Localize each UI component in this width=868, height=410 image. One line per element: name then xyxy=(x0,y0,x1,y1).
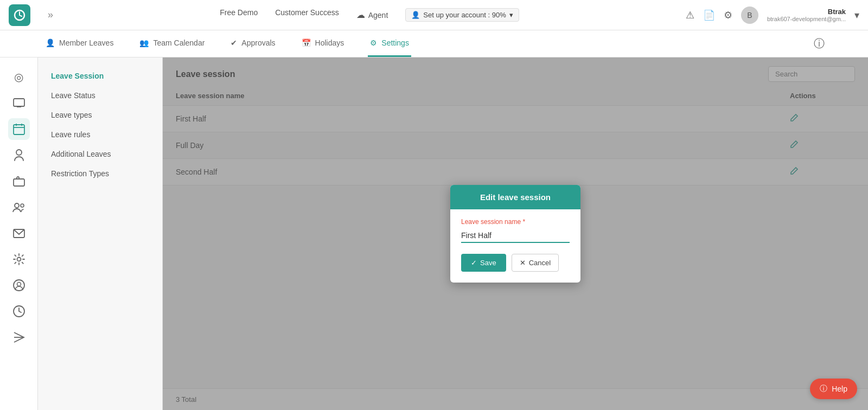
help-circle-icon: ⓘ xyxy=(820,384,827,394)
settings-icon[interactable]: ⚙ xyxy=(724,9,732,21)
modal-session-name-input[interactable] xyxy=(461,229,570,243)
app-logo[interactable] xyxy=(9,4,30,26)
sub-sidebar: Leave Session Leave Status Leave types L… xyxy=(38,57,163,410)
modal-field-label: Leave session name * xyxy=(461,218,570,226)
main-layout: ◎ Leave Session xyxy=(38,57,868,410)
calendar-icon: 📅 xyxy=(302,39,311,47)
subsidebar-leave-types[interactable]: Leave types xyxy=(38,105,162,125)
x-icon: ✕ xyxy=(520,259,526,267)
help-button[interactable]: ⓘ Help xyxy=(810,379,857,399)
nav-team-calendar[interactable]: 👥 Team Calendar xyxy=(137,30,207,57)
top-nav: » Free Demo Customer Success ☁ Agent 👤 S… xyxy=(0,0,868,30)
free-demo-link[interactable]: Free Demo xyxy=(220,8,258,22)
sidebar-icon-user-circle[interactable] xyxy=(8,274,30,296)
modal-title: Edit leave session xyxy=(450,185,580,209)
user-info: Btrak btrak607-development@gm... xyxy=(767,8,846,22)
sidebar-icon-mail[interactable] xyxy=(8,222,30,244)
cancel-button[interactable]: ✕ Cancel xyxy=(512,254,559,272)
subsidebar-restriction-types[interactable]: Restriction Types xyxy=(38,164,162,183)
required-asterisk: * xyxy=(522,218,525,226)
left-sidebar: ◎ xyxy=(0,57,38,410)
settings-gear-icon: ⚙ xyxy=(370,39,377,47)
cloud-icon: ☁ xyxy=(356,10,365,20)
dropdown-icon[interactable]: ▾ xyxy=(854,9,859,21)
nav-holidays[interactable]: 📅 Holidays xyxy=(299,30,347,57)
expand-icon[interactable]: » xyxy=(48,9,53,21)
user-name: Btrak xyxy=(828,8,846,16)
svg-point-9 xyxy=(15,203,19,208)
modal-actions: ✓ Save ✕ Cancel xyxy=(461,254,570,274)
people-icon: 👥 xyxy=(139,39,149,47)
content-area: Leave session Leave session name Actions… xyxy=(163,57,868,410)
modal-overlay[interactable]: Edit leave session Leave session name * … xyxy=(163,57,868,410)
setup-button[interactable]: 👤 Set up your account : 90% ▾ xyxy=(405,8,519,22)
sidebar-icon-clock[interactable] xyxy=(8,300,30,322)
sidebar-icon-settings[interactable] xyxy=(8,248,30,270)
top-nav-right: ⚠ 📄 ⚙ B Btrak btrak607-development@gm...… xyxy=(686,7,859,24)
help-circle-icon[interactable]: ⓘ xyxy=(814,36,825,51)
nav-settings[interactable]: ⚙ Settings xyxy=(368,30,411,57)
avatar[interactable]: B xyxy=(741,7,758,24)
sidebar-icon-person[interactable] xyxy=(8,144,30,166)
svg-rect-8 xyxy=(14,179,24,186)
subsidebar-leave-session[interactable]: Leave Session xyxy=(38,66,162,86)
subsidebar-leave-status[interactable]: Leave Status xyxy=(38,86,162,105)
sidebar-icon-tv[interactable] xyxy=(8,92,30,114)
svg-rect-1 xyxy=(14,99,24,106)
edit-modal: Edit leave session Leave session name * … xyxy=(450,185,580,283)
warning-icon[interactable]: ⚠ xyxy=(686,9,694,21)
second-nav: 👤 Member Leaves 👥 Team Calendar ✔ Approv… xyxy=(0,30,868,57)
subsidebar-leave-rules[interactable]: Leave rules xyxy=(38,125,162,144)
document-icon[interactable]: 📄 xyxy=(703,9,715,21)
sidebar-icon-send[interactable] xyxy=(8,326,30,348)
svg-point-10 xyxy=(21,204,24,207)
person-icon: 👤 xyxy=(46,39,55,47)
agent-link[interactable]: ☁ Agent xyxy=(356,8,388,22)
user-email: btrak607-development@gm... xyxy=(767,16,846,22)
check-icon: ✔ xyxy=(231,39,237,47)
modal-body: Leave session name * ✓ Save ✕ Cancel xyxy=(450,209,580,283)
top-nav-links: Free Demo Customer Success ☁ Agent 👤 Set… xyxy=(71,8,668,22)
sidebar-icon-calendar[interactable] xyxy=(8,118,30,140)
svg-point-14 xyxy=(17,283,21,286)
sidebar-icon-group[interactable] xyxy=(8,196,30,218)
subsidebar-additional-leaves[interactable]: Additional Leaves xyxy=(38,144,162,164)
nav-approvals[interactable]: ✔ Approvals xyxy=(228,30,277,57)
nav-member-leaves[interactable]: 👤 Member Leaves xyxy=(43,30,116,57)
checkmark-icon: ✓ xyxy=(471,259,477,267)
person-icon: 👤 xyxy=(411,11,420,19)
sidebar-icon-dashboard[interactable]: ◎ xyxy=(8,66,30,88)
sidebar-icon-briefcase[interactable] xyxy=(8,170,30,192)
chevron-down-icon: ▾ xyxy=(509,11,513,19)
save-button[interactable]: ✓ Save xyxy=(461,254,506,272)
svg-point-7 xyxy=(16,150,22,155)
svg-point-12 xyxy=(17,258,21,261)
customer-success-link[interactable]: Customer Success xyxy=(275,8,339,22)
content-panel: Leave session Leave session name Actions… xyxy=(163,57,868,410)
svg-rect-3 xyxy=(14,125,24,134)
